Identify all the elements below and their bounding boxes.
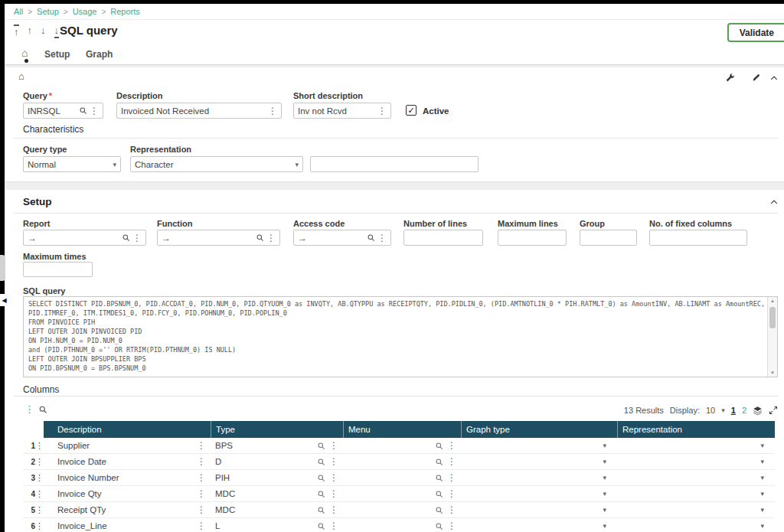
menu-lookup-icon[interactable] bbox=[435, 474, 443, 482]
graph-type-caret-icon[interactable]: ▾ bbox=[603, 506, 606, 514]
scroll-up-icon[interactable]: ▲ bbox=[768, 299, 777, 303]
menu-lookup-icon[interactable] bbox=[435, 458, 443, 466]
cell-menu-icon[interactable]: ⋮ bbox=[447, 489, 456, 498]
cell-menu-icon[interactable]: ⋮ bbox=[329, 473, 338, 482]
header-representation[interactable]: Representation bbox=[617, 421, 775, 438]
expand-table-icon[interactable] bbox=[769, 406, 778, 415]
representation-select[interactable]: Character ▾ bbox=[130, 156, 303, 172]
cell-menu-icon[interactable]: ⋮ bbox=[197, 441, 206, 450]
cell-menu-icon[interactable]: ⋮ bbox=[329, 441, 338, 450]
maximum-lines-field[interactable] bbox=[498, 230, 567, 246]
representation-caret-icon[interactable]: ▾ bbox=[760, 442, 764, 449]
tab-home-icon[interactable]: ⌂ bbox=[21, 47, 28, 59]
table-row[interactable]: 1 ⋮ Supplier⋮ BPS⋮ ⋮ ▾ ▾ bbox=[23, 438, 775, 454]
representation-caret-icon[interactable]: ▾ bbox=[760, 458, 764, 465]
breadcrumb-all[interactable]: All bbox=[14, 7, 23, 16]
representation-caret-icon[interactable]: ▾ bbox=[760, 506, 764, 514]
cell-menu-icon[interactable]: ⋮ bbox=[329, 521, 338, 530]
type-cell[interactable]: L bbox=[215, 521, 220, 530]
graph-type-caret-icon[interactable]: ▾ bbox=[603, 490, 606, 498]
page-1-link[interactable]: 1 bbox=[731, 406, 736, 415]
cell-menu-icon[interactable]: ⋮ bbox=[197, 505, 206, 514]
display-value[interactable]: 10 bbox=[706, 406, 715, 415]
cell-menu-icon[interactable]: ⋮ bbox=[447, 441, 456, 450]
active-checkbox[interactable]: ✓ bbox=[406, 105, 416, 116]
type-cell[interactable]: D bbox=[215, 457, 221, 466]
validate-button[interactable]: Validate bbox=[727, 23, 784, 42]
description-cell[interactable]: Invoice Qty bbox=[57, 489, 102, 498]
type-lookup-icon[interactable] bbox=[317, 458, 325, 466]
chevron-down-icon[interactable]: ▾ bbox=[295, 161, 299, 168]
jump-arrow-icon[interactable]: → bbox=[28, 233, 37, 243]
graph-type-caret-icon[interactable]: ▾ bbox=[603, 442, 606, 449]
type-lookup-icon[interactable] bbox=[317, 522, 325, 530]
section-home-icon[interactable]: ⌂ bbox=[18, 70, 24, 82]
sql-scrollbar[interactable]: ▲ ▼ bbox=[767, 297, 777, 377]
header-graph-type[interactable]: Graph type bbox=[461, 421, 617, 438]
tab-setup[interactable]: Setup bbox=[44, 49, 70, 60]
table-row[interactable]: 3 ⋮ Invoice Number⋮ PIH⋮ ⋮ ▾ ▾ bbox=[23, 470, 775, 486]
collapse-setup-icon[interactable] bbox=[769, 197, 779, 207]
sql-query-text[interactable]: SELECT DISTINCT PID.BPSNUM_0, PID.ACCDAT… bbox=[24, 297, 767, 377]
cell-menu-icon[interactable]: ⋮ bbox=[447, 457, 456, 466]
collapse-panel-button[interactable]: ◀ bbox=[0, 294, 8, 306]
cell-menu-icon[interactable]: ⋮ bbox=[329, 457, 338, 466]
row-menu-icon[interactable]: ⋮ bbox=[35, 521, 44, 531]
type-cell[interactable]: PIH bbox=[215, 473, 230, 482]
menu-lookup-icon[interactable] bbox=[435, 522, 443, 530]
collapse-section-icon[interactable] bbox=[769, 73, 779, 83]
graph-type-caret-icon[interactable]: ▾ bbox=[603, 474, 606, 481]
table-search-icon[interactable] bbox=[38, 405, 47, 414]
header-type[interactable]: Type bbox=[211, 421, 343, 438]
function-lookup-icon[interactable] bbox=[256, 233, 264, 242]
menu-lookup-icon[interactable] bbox=[435, 490, 443, 498]
description-cell[interactable]: Invoice_Line bbox=[57, 521, 107, 530]
type-cell[interactable]: BPS bbox=[215, 441, 233, 450]
short-description-menu-icon[interactable]: ⋮ bbox=[377, 106, 387, 116]
cell-menu-icon[interactable]: ⋮ bbox=[197, 489, 206, 498]
row-menu-icon[interactable]: ⋮ bbox=[35, 473, 44, 483]
cell-menu-icon[interactable]: ⋮ bbox=[329, 505, 338, 514]
row-menu-icon[interactable]: ⋮ bbox=[35, 441, 44, 451]
number-of-lines-field[interactable] bbox=[403, 230, 483, 246]
breadcrumb-setup[interactable]: Setup bbox=[37, 7, 59, 16]
row-menu-icon[interactable]: ⋮ bbox=[35, 505, 44, 515]
menu-lookup-icon[interactable] bbox=[435, 506, 443, 514]
scrollbar-thumb[interactable] bbox=[769, 307, 776, 328]
table-actions-kebab-icon[interactable]: ⋮ bbox=[24, 404, 34, 414]
description-cell[interactable]: Receipt QTy bbox=[57, 505, 106, 514]
table-row[interactable]: 4 ⋮ Invoice Qty⋮ MDC⋮ ⋮ ▾ ▾ bbox=[23, 486, 775, 502]
cell-menu-icon[interactable]: ⋮ bbox=[197, 457, 206, 466]
query-type-select[interactable]: Normal ▾ bbox=[23, 156, 121, 172]
edit-pencil-icon[interactable] bbox=[752, 73, 761, 82]
type-lookup-icon[interactable] bbox=[317, 506, 325, 514]
representation-caret-icon[interactable]: ▾ bbox=[760, 522, 764, 530]
table-row[interactable]: 6 ⋮ Invoice_Line⋮ L⋮ ⋮ ▾ ▾ bbox=[23, 518, 775, 532]
first-record-icon[interactable]: ↑ bbox=[14, 24, 19, 38]
cell-menu-icon[interactable]: ⋮ bbox=[329, 489, 338, 498]
graph-type-caret-icon[interactable]: ▾ bbox=[603, 522, 606, 530]
sql-query-editor[interactable]: SELECT DISTINCT PID.BPSNUM_0, PID.ACCDAT… bbox=[23, 296, 778, 377]
menu-lookup-icon[interactable] bbox=[435, 442, 443, 450]
short-description-field[interactable]: Inv not Rcvd ⋮ bbox=[293, 103, 391, 119]
header-menu[interactable]: Menu bbox=[343, 421, 461, 438]
cell-menu-icon[interactable]: ⋮ bbox=[197, 521, 206, 530]
representation-extra-field[interactable] bbox=[310, 156, 479, 172]
fixed-columns-field[interactable] bbox=[649, 230, 747, 246]
maximum-times-field[interactable] bbox=[23, 262, 93, 277]
display-caret-icon[interactable]: ▾ bbox=[721, 406, 725, 414]
sidebar-handle[interactable] bbox=[0, 255, 5, 281]
report-field[interactable]: → ⋮ bbox=[23, 230, 146, 246]
type-lookup-icon[interactable] bbox=[317, 474, 325, 482]
last-record-icon[interactable]: ↓ bbox=[54, 24, 60, 38]
query-menu-icon[interactable]: ⋮ bbox=[90, 106, 99, 116]
access-code-menu-icon[interactable]: ⋮ bbox=[377, 233, 387, 243]
representation-caret-icon[interactable]: ▾ bbox=[760, 490, 764, 498]
description-cell[interactable]: Invoice Number bbox=[57, 473, 119, 482]
description-cell[interactable]: Supplier bbox=[57, 441, 90, 450]
description-cell[interactable]: Invoice Date bbox=[57, 457, 106, 466]
type-lookup-icon[interactable] bbox=[317, 442, 325, 450]
scroll-down-icon[interactable]: ▼ bbox=[768, 370, 777, 375]
next-record-icon[interactable]: ↓ bbox=[41, 24, 46, 38]
tools-icon[interactable] bbox=[725, 73, 735, 83]
